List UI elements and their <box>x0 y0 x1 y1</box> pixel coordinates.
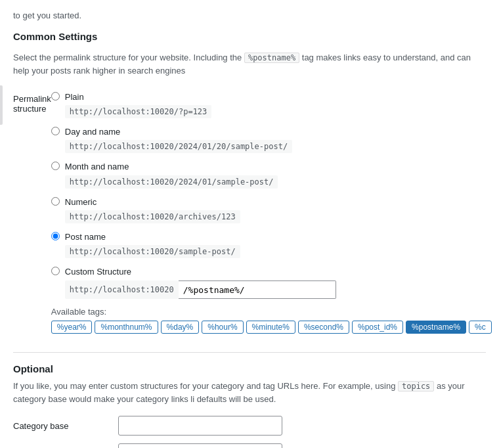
permalink-options-cell: Plain http://localhost:10020/?p=123 Day … <box>51 89 492 336</box>
category-base-input[interactable] <box>118 416 282 436</box>
option-month-and-name[interactable]: Month and name http://localhost:10020/20… <box>51 161 492 188</box>
radio-post-name[interactable] <box>51 232 60 240</box>
radio-plain[interactable] <box>51 92 60 101</box>
custom-structure-input[interactable] <box>179 280 336 299</box>
label-custom[interactable]: Custom Structure <box>65 266 336 278</box>
common-settings-title: Common Settings <box>13 31 486 46</box>
tag-second[interactable]: %second% <box>298 321 349 334</box>
tag-post-id[interactable]: %post_id% <box>352 321 403 334</box>
tags-row: %year% %monthnum% %day% %hour% %minute% … <box>51 321 492 334</box>
label-post-name[interactable]: Post name <box>65 231 240 243</box>
url-numeric: http://localhost:10020/archives/123 <box>65 210 240 223</box>
optional-description: If you like, you may enter custom struct… <box>13 380 486 405</box>
custom-structure-row: http://localhost:10020 <box>65 280 336 299</box>
optional-title: Optional <box>13 363 486 374</box>
url-post-name: http://localhost:10020/sample-post/ <box>65 245 240 258</box>
custom-url-prefix: http://localhost:10020 <box>65 280 179 299</box>
postname-tag: %postname% <box>244 53 299 63</box>
tag-base-input[interactable] <box>118 443 282 448</box>
available-tags-section: Available tags: %year% %monthnum% %day% … <box>51 307 492 334</box>
common-settings-description: Select the permalink structure for your … <box>13 51 486 77</box>
tag-minute[interactable]: %minute% <box>246 321 295 334</box>
label-day-and-name[interactable]: Day and name <box>65 126 292 138</box>
label-month-and-name[interactable]: Month and name <box>65 161 278 173</box>
category-base-row: Category base <box>13 416 486 436</box>
tag-year[interactable]: %year% <box>51 321 93 334</box>
option-numeric[interactable]: Numeric http://localhost:10020/archives/… <box>51 196 492 223</box>
url-plain: http://localhost:10020/?p=123 <box>65 105 212 118</box>
tag-postname[interactable]: %postname% <box>406 321 466 334</box>
tag-hour[interactable]: %hour% <box>202 321 243 334</box>
url-day-and-name: http://localhost:10020/2024/01/20/sample… <box>65 140 292 153</box>
tag-day[interactable]: %day% <box>161 321 200 334</box>
intro-text: to get you started. <box>13 11 486 20</box>
label-numeric[interactable]: Numeric <box>65 196 240 208</box>
option-custom[interactable]: Custom Structure http://localhost:10020 <box>51 266 492 299</box>
url-month-and-name: http://localhost:10020/2024/01/sample-po… <box>65 175 278 189</box>
option-post-name[interactable]: Post name http://localhost:10020/sample-… <box>51 231 492 258</box>
optional-section: Optional If you like, you may enter cust… <box>13 352 486 448</box>
label-plain[interactable]: Plain <box>65 91 212 103</box>
radio-numeric[interactable] <box>51 197 60 206</box>
tag-monthnum[interactable]: %monthnum% <box>95 321 158 334</box>
topics-highlight: topics <box>398 381 434 392</box>
permalink-structure-label: Permalink structure <box>13 89 51 336</box>
option-day-and-name[interactable]: Day and name http://localhost:10020/2024… <box>51 126 492 153</box>
tag-base-row: Tag base <box>13 443 486 448</box>
radio-custom[interactable] <box>51 267 60 275</box>
category-base-label: Category base <box>13 421 118 431</box>
available-tags-label: Available tags: <box>51 307 492 317</box>
permalink-form-table: Permalink structure Plain http://localho… <box>13 89 492 336</box>
radio-month-and-name[interactable] <box>51 162 60 170</box>
tag-c[interactable]: %c <box>469 321 492 334</box>
radio-day-and-name[interactable] <box>51 127 60 135</box>
option-plain[interactable]: Plain http://localhost:10020/?p=123 <box>51 91 492 118</box>
